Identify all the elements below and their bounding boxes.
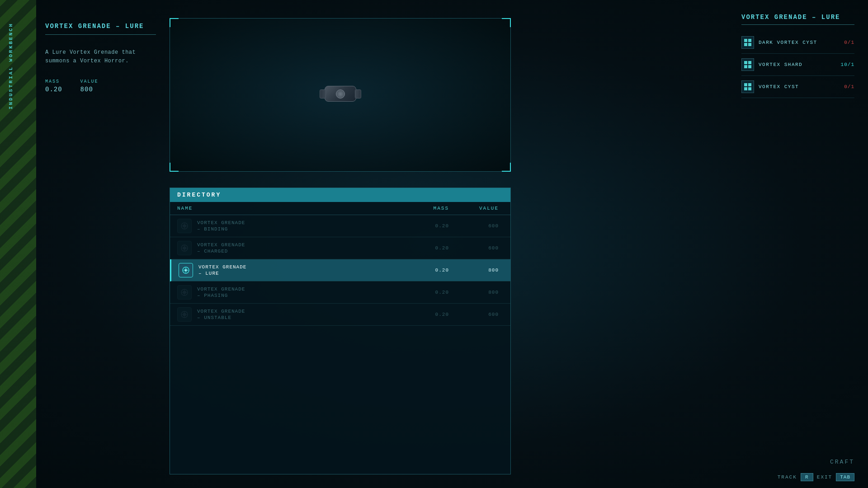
right-panel-title: VORTEX GRENADE – LURE xyxy=(741,14,854,25)
track-key[interactable]: R xyxy=(801,473,813,481)
row-name: VORTEX GRENADE– BINDING xyxy=(177,219,295,233)
grenade-wing-left xyxy=(320,89,326,99)
hazard-stripes xyxy=(0,0,36,488)
item-icon-selected xyxy=(179,263,193,277)
row-mass: 0.20 xyxy=(413,223,458,229)
ingredient-row: VORTEX CYST 0/1 xyxy=(741,76,854,98)
row-name: VORTEX GRENADE– UNSTABLE xyxy=(177,307,295,322)
exit-key[interactable]: TAB xyxy=(836,473,854,481)
table-row[interactable]: VORTEX GRENADE– BINDING 0.20 600 xyxy=(170,215,510,237)
ingredient-icon xyxy=(741,80,754,93)
grenade-preview xyxy=(325,86,356,104)
ingredient-count: 10/1 xyxy=(841,62,854,67)
directory-panel: DIRECTORY NAME MASS VALUE VORTEX GRENADE… xyxy=(170,188,511,474)
ingredient-name: DARK VORTEX CYST xyxy=(759,40,840,45)
ingredient-icon xyxy=(741,58,754,71)
ingredient-count: 0/1 xyxy=(844,84,854,89)
mass-stat: MASS 0.20 xyxy=(45,79,62,93)
right-panel: VORTEX GRENADE – LURE DARK VORTEX CYST 0… xyxy=(741,14,854,98)
mass-value: 0.20 xyxy=(45,86,62,93)
item-icon xyxy=(177,307,192,322)
corner-bracket-bl xyxy=(170,163,179,172)
row-name: VORTEX GRENADE– PHASING xyxy=(177,285,295,300)
bottom-controls: TRACK R EXIT TAB xyxy=(778,473,854,481)
ingredient-icon xyxy=(741,36,754,49)
item-title: VORTEX GRENADE – LURE xyxy=(45,23,156,35)
mass-label: MASS xyxy=(45,79,62,84)
directory-header: DIRECTORY xyxy=(170,188,510,202)
row-value: 600 xyxy=(458,312,503,317)
craft-button[interactable]: CRAFT xyxy=(830,459,854,465)
value-stat: VALUE 800 xyxy=(80,79,99,93)
exit-label: EXIT xyxy=(817,474,832,480)
row-mass: 0.20 xyxy=(413,290,458,295)
value-label: VALUE xyxy=(80,79,99,84)
row-name: VORTEX GRENADE– CHARGED xyxy=(177,241,295,255)
directory-table: NAME MASS VALUE VORTEX GRENADE– BINDING xyxy=(170,202,510,326)
row-mass-selected: 0.20 xyxy=(413,267,458,273)
corner-bracket-tl xyxy=(170,18,179,27)
row-value: 800 xyxy=(458,290,503,295)
corner-bracket-tr xyxy=(502,18,511,27)
ingredient-row: DARK VORTEX CYST 0/1 xyxy=(741,32,854,54)
row-name-selected: VORTEX GRENADE– LURE xyxy=(179,263,296,277)
col-name: NAME xyxy=(177,206,295,211)
ingredient-row: VORTEX SHARD 10/1 xyxy=(741,54,854,76)
table-header-row: NAME MASS VALUE xyxy=(170,202,510,215)
col-value: VALUE xyxy=(458,206,503,211)
row-value: 600 xyxy=(458,245,503,251)
table-row[interactable]: VORTEX GRENADE– CHARGED 0.20 600 xyxy=(170,237,510,259)
item-stats: MASS 0.20 VALUE 800 xyxy=(45,79,156,93)
corner-bracket-br xyxy=(502,163,511,172)
track-label: TRACK xyxy=(778,474,797,480)
row-value-selected: 800 xyxy=(458,267,503,273)
row-mass: 0.20 xyxy=(413,245,458,251)
ingredient-name: VORTEX SHARD xyxy=(759,62,836,67)
table-row[interactable]: VORTEX GRENADE– UNSTABLE 0.20 600 xyxy=(170,304,510,326)
preview-area xyxy=(170,18,511,172)
workbench-label: INDUSTRIAL WORKBENCH xyxy=(8,23,14,109)
item-icon xyxy=(177,285,192,300)
grenade-wing-right xyxy=(355,89,361,99)
item-description: A Lure Vortex Grenade that summons a Vor… xyxy=(45,48,156,66)
ingredient-count: 0/1 xyxy=(844,40,854,45)
table-row-selected[interactable]: VORTEX GRENADE– LURE 0.20 800 xyxy=(170,259,510,282)
row-mass: 0.20 xyxy=(413,312,458,317)
item-icon xyxy=(177,219,192,233)
col-mass: MASS xyxy=(413,206,458,211)
value-value: 800 xyxy=(80,86,99,93)
ingredient-name: VORTEX CYST xyxy=(759,84,840,89)
table-row[interactable]: VORTEX GRENADE– PHASING 0.20 800 xyxy=(170,282,510,304)
grenade-center xyxy=(336,89,345,99)
row-value: 600 xyxy=(458,223,503,229)
left-panel: VORTEX GRENADE – LURE A Lure Vortex Gren… xyxy=(36,14,165,474)
item-icon xyxy=(177,241,192,255)
svg-point-12 xyxy=(185,270,187,271)
